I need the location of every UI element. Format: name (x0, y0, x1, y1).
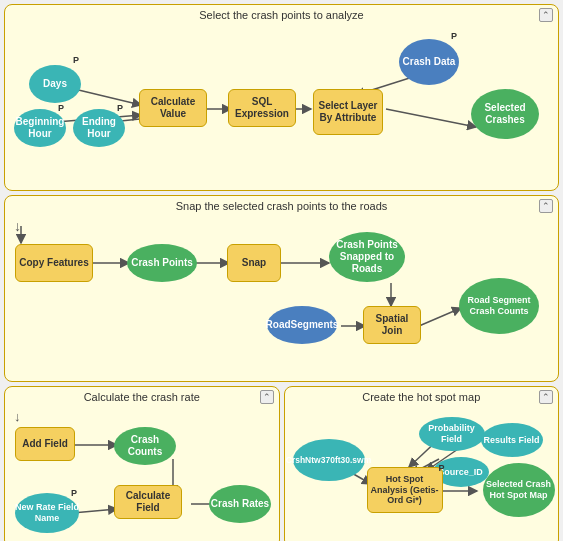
node-selected-crash-hot-spot[interactable]: Selected Crash Hot Spot Map (483, 463, 555, 517)
node-ending-hour[interactable]: Ending Hour (73, 109, 125, 147)
panel4-title: Create the hot spot map (291, 391, 553, 403)
panel2-collapse-btn[interactable]: ⌃ (539, 199, 553, 213)
panel1-collapse-btn[interactable]: ⌃ (539, 8, 553, 22)
param-crash-data: P (451, 31, 457, 41)
entry-arrow: ↓ (14, 218, 21, 234)
panel2-content: ↓ Copy Features Crash Points Snap Crash … (11, 218, 552, 373)
node-add-field[interactable]: Add Field (15, 427, 75, 461)
node-new-rate-field-name[interactable]: New Rate Field Name (15, 493, 79, 533)
panel4: Create the hot spot map ⌃ Crsh (284, 386, 560, 541)
node-calculate-value[interactable]: Calculate Value (139, 89, 207, 127)
svg-line-6 (386, 109, 476, 127)
param-ending: P (117, 103, 123, 113)
node-selected-crashes[interactable]: Selected Crashes (471, 89, 539, 139)
panel3-collapse-btn[interactable]: ⌃ (260, 390, 274, 404)
panel4-collapse-btn[interactable]: ⌃ (539, 390, 553, 404)
node-crash-points-snapped[interactable]: Crash Points Snapped to Roads (329, 232, 405, 282)
node-sql-expression[interactable]: SQL Expression (228, 89, 296, 127)
param-beginning: P (58, 103, 64, 113)
panels-bottom-row: Calculate the crash rate ⌃ ↓ Add F (4, 386, 559, 541)
node-days[interactable]: Days (29, 65, 81, 103)
node-crash-counts[interactable]: Crash Counts (114, 427, 176, 465)
node-beginning-hour[interactable]: Beginning Hour (14, 109, 66, 147)
panel3: Calculate the crash rate ⌃ ↓ Add F (4, 386, 280, 541)
node-results-field[interactable]: Results Field (481, 423, 543, 457)
param-new-rate: P (71, 488, 77, 498)
panel2: Snap the selected crash points to the ro… (4, 195, 559, 382)
node-hot-spot[interactable]: Hot Spot Analysis (Getis-Ord Gi*) (367, 467, 443, 513)
panel1-title: Select the crash points to analyze (11, 9, 552, 21)
node-snap[interactable]: Snap (227, 244, 281, 282)
node-spatial-join[interactable]: Spatial Join (363, 306, 421, 344)
panel3-title: Calculate the crash rate (11, 391, 273, 403)
panel4-content: CrshNtw370ft30.swm Probability Field Sou… (291, 409, 553, 539)
main-container: Select the crash points to analyze ⌃ (0, 0, 563, 541)
svg-line-13 (419, 308, 461, 326)
panel3-content: ↓ Add Field Crash Counts New Rate Field … (11, 409, 273, 539)
node-road-segments[interactable]: RoadSegments (267, 306, 337, 344)
node-copy-features[interactable]: Copy Features (15, 244, 93, 282)
node-crash-data[interactable]: Crash Data (399, 39, 459, 85)
param-hot-spot: P (439, 463, 445, 473)
param-days: P (73, 55, 79, 65)
node-crash-rates[interactable]: Crash Rates (209, 485, 271, 523)
entry-arrow-3: ↓ (14, 409, 21, 424)
node-calculate-field[interactable]: Calculate Field (114, 485, 182, 519)
node-crash-points[interactable]: Crash Points (127, 244, 197, 282)
node-select-layer[interactable]: Select Layer By Attribute (313, 89, 383, 135)
panel2-title: Snap the selected crash points to the ro… (11, 200, 552, 212)
panel1-content: Days P Beginning Hour P Ending Hour P Ca… (11, 27, 552, 182)
node-probability-field[interactable]: Probability Field (419, 417, 485, 451)
node-road-segment-crash-counts[interactable]: Road Segment Crash Counts (459, 278, 539, 334)
panel1: Select the crash points to analyze ⌃ (4, 4, 559, 191)
node-crshntw[interactable]: CrshNtw370ft30.swm (293, 439, 365, 481)
